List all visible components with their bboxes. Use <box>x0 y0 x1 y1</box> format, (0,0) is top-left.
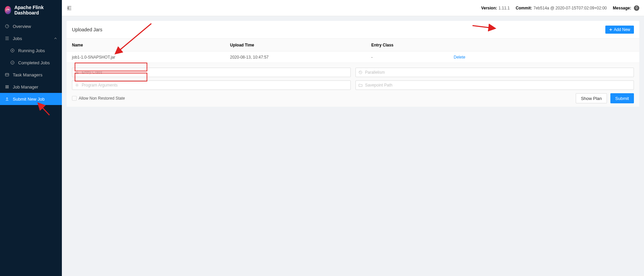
sidebar-item-label: Job Manager <box>13 84 38 90</box>
svg-point-7 <box>76 84 78 86</box>
plus-icon <box>609 28 612 31</box>
allow-non-restored-checkbox[interactable] <box>72 96 77 101</box>
sidebar-item-jobs[interactable]: Jobs <box>0 32 62 44</box>
sidebar-item-label: Task Managers <box>13 72 42 77</box>
main-area: Version: 1.11.1 Commit: 7eb514a @ 2020-0… <box>62 0 644 276</box>
version-label: Version: <box>481 6 497 10</box>
show-plan-button[interactable]: Show Plan <box>576 93 607 103</box>
col-upload-time: Upload Time <box>230 43 371 47</box>
schedule-icon <box>5 73 9 77</box>
add-new-label: Add New <box>614 27 630 32</box>
app-title: Apache Flink Dashboard <box>14 5 57 15</box>
dashboard-icon <box>5 24 9 28</box>
parallelism-input[interactable] <box>355 68 634 77</box>
history-icon <box>358 70 363 74</box>
sidebar-item-label: Overview <box>13 24 31 29</box>
svg-rect-5 <box>5 73 9 76</box>
menu-fold-icon[interactable] <box>67 5 72 11</box>
jar-name: job1-1.0-SNAPSHOT.jar <box>72 55 230 60</box>
jar-upload-time: 2020-08-13, 10:47:57 <box>230 55 371 60</box>
folder-icon <box>358 83 363 87</box>
sidebar-header: Apache Flink Dashboard <box>0 0 62 20</box>
sidebar-item-overview[interactable]: Overview <box>0 20 62 32</box>
commit-label: Commit: <box>516 6 532 10</box>
entry-class-field <box>72 68 351 77</box>
add-new-button[interactable]: Add New <box>605 26 634 34</box>
submit-button[interactable]: Submit <box>610 93 634 103</box>
entry-class-input[interactable] <box>72 68 351 77</box>
table-header-row: Name Upload Time Entry Class <box>67 39 639 51</box>
topbar: Version: 1.11.1 Commit: 7eb514a @ 2020-0… <box>62 0 644 16</box>
sidebar-item-job-manager[interactable]: Job Manager <box>0 81 62 93</box>
submit-form: Allow Non Restored State Show Plan Submi… <box>67 63 639 107</box>
program-args-input[interactable] <box>72 80 351 90</box>
program-args-field <box>72 80 351 90</box>
jar-entry-class: - <box>371 55 454 60</box>
card-title: Uploaded Jars <box>72 27 102 32</box>
build-icon <box>5 85 9 89</box>
svg-point-0 <box>5 8 10 12</box>
sidebar: Apache Flink Dashboard Overview Jobs Run… <box>0 0 62 276</box>
check-circle-icon <box>10 61 15 65</box>
sitemap-icon <box>75 70 79 74</box>
commit-value: 7eb514a @ 2020-07-15T07:02:09+02:00 <box>533 6 607 10</box>
sidebar-item-label: Submit New Job <box>13 97 45 102</box>
sidebar-item-task-managers[interactable]: Task Managers <box>0 69 62 81</box>
allow-non-restored-label: Allow Non Restored State <box>79 96 125 101</box>
flink-logo <box>5 6 11 14</box>
svg-point-4 <box>11 61 14 64</box>
delete-link[interactable]: Delete <box>454 55 634 60</box>
allow-non-restored-row[interactable]: Allow Non Restored State <box>72 96 125 101</box>
message-count-badge: 0 <box>634 5 639 11</box>
sidebar-item-label: Running Jobs <box>18 48 45 53</box>
sidebar-item-running-jobs[interactable]: Running Jobs <box>0 44 62 57</box>
settings-icon <box>75 83 79 87</box>
sidebar-item-label: Jobs <box>13 36 22 41</box>
sidebar-item-label: Completed Jobs <box>18 60 50 65</box>
version-value: 1.11.1 <box>498 6 509 10</box>
uploaded-jars-card: Uploaded Jars Add New Name Upload Time E… <box>67 21 639 107</box>
savepoint-field <box>355 80 634 90</box>
svg-point-1 <box>8 9 9 10</box>
sidebar-item-completed-jobs[interactable]: Completed Jobs <box>0 57 62 69</box>
bars-icon <box>5 36 9 40</box>
upload-icon <box>5 97 9 101</box>
message-label: Message: <box>613 6 631 10</box>
col-entry-class: Entry Class <box>371 43 454 47</box>
sidebar-item-submit-new-job[interactable]: Submit New Job <box>0 93 62 105</box>
table-row[interactable]: job1-1.0-SNAPSHOT.jar 2020-08-13, 10:47:… <box>67 51 639 63</box>
savepoint-input[interactable] <box>355 80 634 90</box>
play-circle-icon <box>10 48 15 53</box>
col-name: Name <box>72 43 230 47</box>
sidebar-menu: Overview Jobs Running Jobs Completed Job… <box>0 20 62 105</box>
chevron-up-icon <box>54 37 57 40</box>
parallelism-field <box>355 68 634 77</box>
